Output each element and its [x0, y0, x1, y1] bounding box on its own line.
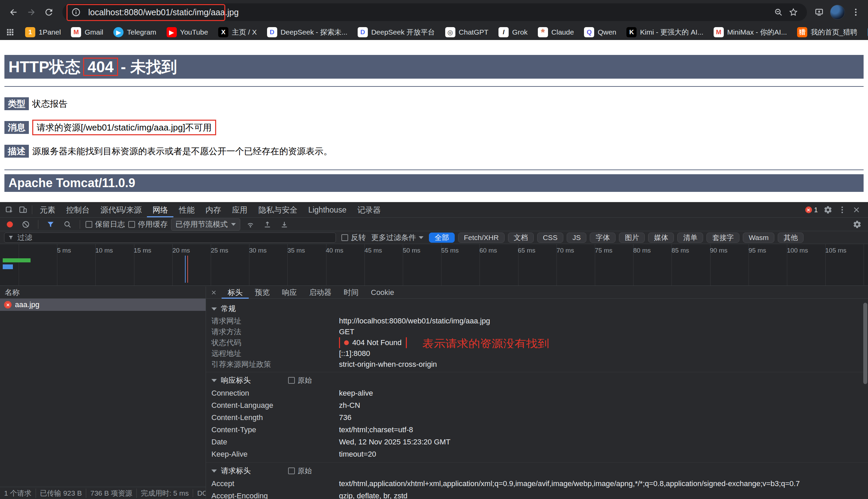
chatgpt-favicon: ◎: [445, 27, 455, 37]
bookmark-x[interactable]: X主页 / X: [218, 27, 257, 37]
more-filters-dropdown[interactable]: 更多过滤条件: [371, 233, 424, 243]
request-row-selected[interactable]: aaa.jpg: [0, 299, 206, 311]
clear-network-log-icon[interactable]: [19, 219, 33, 230]
browser-menu-kebab-icon[interactable]: [848, 5, 863, 20]
bookmark-claude[interactable]: *Claude: [538, 27, 574, 37]
tab-lighthouse[interactable]: Lighthouse: [303, 203, 352, 217]
export-har-icon[interactable]: [277, 219, 291, 230]
chip-css[interactable]: CSS: [537, 233, 563, 243]
invert-filter-control[interactable]: 反转: [341, 233, 366, 243]
bookmark-youtube[interactable]: ▶YouTube: [167, 27, 209, 37]
device-toolbar-icon[interactable]: [16, 204, 30, 216]
devtools-close-icon[interactable]: [850, 204, 863, 216]
tab-memory[interactable]: 内存: [200, 203, 226, 217]
tab-console[interactable]: 控制台: [61, 203, 95, 217]
zoom-icon[interactable]: [771, 5, 786, 20]
bookmark-qwen[interactable]: QQwen: [584, 27, 616, 37]
chip-all[interactable]: 全部: [429, 233, 455, 243]
detail-tab-response[interactable]: 响应: [276, 287, 303, 299]
timeline-tick-label: 100 ms: [787, 247, 808, 254]
devtools-menu-kebab-icon[interactable]: [835, 204, 849, 216]
back-button[interactable]: [5, 3, 22, 21]
site-info-icon[interactable]: [69, 5, 83, 20]
import-har-icon[interactable]: [261, 219, 274, 230]
network-search-icon[interactable]: [61, 219, 74, 230]
detail-tab-preview[interactable]: 预览: [249, 287, 276, 299]
chip-socket[interactable]: 套接字: [706, 233, 739, 243]
error-count-badge[interactable]: 1: [805, 206, 818, 214]
detail-tab-cookies[interactable]: Cookie: [365, 287, 400, 299]
apps-grid-icon[interactable]: [5, 25, 15, 40]
raw-toggle[interactable]: 原始: [288, 376, 312, 385]
devtools-settings-gear-icon[interactable]: [821, 204, 835, 216]
bookmark-deepseek[interactable]: DDeepSeek - 探索未...: [267, 27, 347, 37]
detail-close-icon[interactable]: [206, 287, 222, 299]
disable-cache-checkbox[interactable]: [128, 221, 135, 228]
preserve-log-checkbox[interactable]: [85, 221, 92, 228]
profile-avatar[interactable]: [830, 5, 845, 20]
record-network-log-button[interactable]: [7, 221, 13, 228]
detail-tab-headers[interactable]: 标头: [222, 287, 249, 299]
browser-toolbar: localhost:8080/web01/static/img/aaa.jpg: [0, 0, 868, 24]
divider: [80, 220, 80, 229]
chip-manifest[interactable]: 清单: [677, 233, 703, 243]
bookmark-deepseek-platform[interactable]: DDeepSeek 开放平台: [358, 27, 435, 37]
tab-elements[interactable]: 元素: [34, 203, 61, 217]
bookmark-chatgpt[interactable]: ◎ChatGPT: [445, 27, 489, 37]
claude-favicon: *: [538, 27, 548, 37]
chip-font[interactable]: 字体: [590, 233, 616, 243]
bookmark-kimi[interactable]: KKimi - 更强大的 AI...: [627, 27, 703, 37]
throttling-select[interactable]: 已停用节流模式: [171, 218, 240, 231]
bookmark-1panel[interactable]: 11Panel: [25, 27, 61, 37]
filter-toggle-icon[interactable]: [44, 219, 57, 230]
tab-sources[interactable]: 源代码/来源: [95, 203, 147, 217]
response-headers-header[interactable]: 响应标头 原始: [206, 374, 868, 387]
bookmark-star-icon[interactable]: [786, 5, 801, 20]
timeline-tick-label: 95 ms: [749, 247, 766, 254]
network-settings-gear-icon[interactable]: [851, 219, 864, 230]
address-bar[interactable]: localhost:8080/web01/static/img/aaa.jpg: [62, 3, 807, 21]
request-detail-pane: 标头 预览 响应 启动器 时间 Cookie 常规 请求网址http://loc…: [206, 287, 868, 499]
network-conditions-icon[interactable]: [243, 219, 257, 230]
network-toolbar: 保留日志 停用缓存 已停用节流模式: [0, 217, 868, 231]
chip-fetch-xhr[interactable]: Fetch/XHR: [458, 233, 504, 243]
browser-chrome: localhost:8080/web01/static/img/aaa.jpg: [0, 0, 868, 40]
tab-performance[interactable]: 性能: [174, 203, 200, 217]
bookmark-liepin[interactable]: 猎我的首页_猎聘: [797, 27, 857, 37]
headers-body[interactable]: 常规 请求网址http://localhost:8080/web01/stati…: [206, 299, 868, 499]
general-section-header[interactable]: 常规: [206, 302, 868, 316]
raw-checkbox[interactable]: [288, 467, 295, 474]
preserve-log-control[interactable]: 保留日志: [85, 219, 125, 230]
tab-privacy-security[interactable]: 隐私与安全: [253, 203, 303, 217]
reload-button[interactable]: [40, 3, 58, 21]
raw-checkbox[interactable]: [288, 377, 295, 384]
forward-button[interactable]: [22, 3, 40, 21]
tab-application[interactable]: 应用: [226, 203, 253, 217]
tab-network[interactable]: 网络: [147, 203, 174, 217]
inspect-element-icon[interactable]: [3, 204, 16, 216]
disable-cache-control[interactable]: 停用缓存: [128, 219, 168, 230]
network-overview-timeline[interactable]: 5 ms 10 ms 15 ms 20 ms 25 ms 30 ms 35 ms…: [0, 244, 868, 286]
bookmark-minimax[interactable]: MMiniMax - 你的AI...: [714, 27, 787, 37]
bookmark-telegram[interactable]: ▶Telegram: [113, 27, 156, 37]
invert-checkbox[interactable]: [341, 234, 348, 241]
chip-img[interactable]: 图片: [619, 233, 645, 243]
tab-recorder[interactable]: 记录器: [352, 203, 386, 217]
chip-doc[interactable]: 文档: [508, 233, 534, 243]
filter-input[interactable]: 过滤: [4, 233, 336, 243]
url-text[interactable]: localhost:8080/web01/static/img/aaa.jpg: [88, 8, 239, 17]
detail-tab-initiator[interactable]: 启动器: [303, 287, 337, 299]
scrollbar-thumb[interactable]: [863, 303, 867, 384]
request-headers-header[interactable]: 请求标头 原始: [206, 464, 868, 478]
raw-toggle[interactable]: 原始: [288, 466, 312, 476]
chip-media[interactable]: 媒体: [648, 233, 674, 243]
timeline-tick-label: 75 ms: [595, 247, 613, 254]
name-column-header[interactable]: 名称: [0, 287, 206, 299]
install-app-icon[interactable]: [812, 5, 827, 20]
chip-wasm[interactable]: Wasm: [743, 233, 774, 243]
chip-js[interactable]: JS: [567, 233, 587, 243]
detail-tab-timing[interactable]: 时间: [337, 287, 365, 299]
chip-other[interactable]: 其他: [778, 233, 804, 243]
bookmark-gmail[interactable]: MGmail: [71, 27, 103, 37]
bookmark-grok[interactable]: /Grok: [498, 27, 528, 37]
